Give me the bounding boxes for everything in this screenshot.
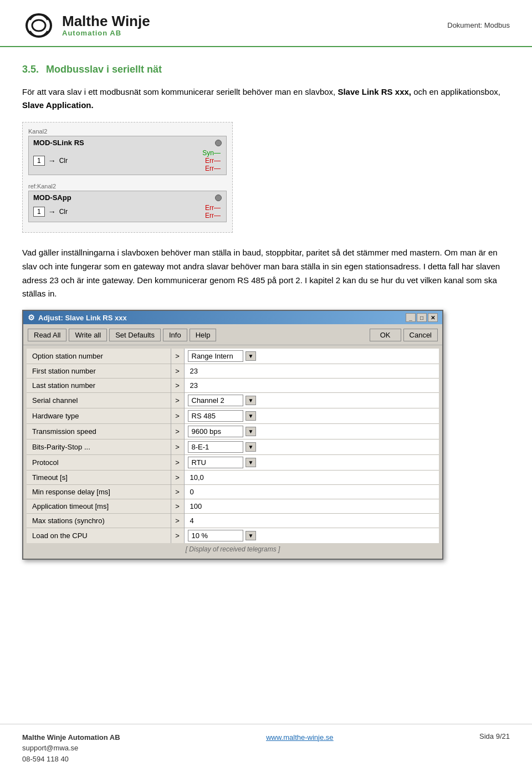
- settings-value-8: 10,0: [184, 471, 439, 485]
- maximize-button[interactable]: □: [417, 313, 427, 322]
- settings-select-6[interactable]: 8-E-1▼: [188, 441, 436, 453]
- settings-label-10: Application timeout [ms]: [27, 499, 171, 514]
- help-button[interactable]: Help: [190, 329, 217, 341]
- footer-company: Malthe Winje Automation AB: [22, 732, 120, 743]
- cancel-button[interactable]: Cancel: [403, 329, 438, 341]
- settings-value-4[interactable]: RS 485▼: [184, 408, 439, 424]
- intro-paragraph: För att vara slav i ett modbusnät som ko…: [22, 85, 510, 112]
- select-value-7[interactable]: RTU: [188, 457, 243, 468]
- settings-arrow-6[interactable]: >: [171, 439, 184, 455]
- settings-row: Load on the CPU>10 %▼: [27, 528, 439, 544]
- settings-select-3[interactable]: Channel 2▼: [188, 395, 436, 406]
- block2-indicator: [215, 195, 222, 201]
- plain-value-8: 10,0: [188, 472, 206, 483]
- settings-select-4[interactable]: RS 485▼: [188, 410, 436, 422]
- settings-select-7[interactable]: RTU▼: [188, 457, 436, 468]
- dialog-toolbar: Read All Write all Set Defaults Info Hel…: [23, 324, 442, 345]
- select-value-0[interactable]: Range Intern: [188, 350, 243, 362]
- footer-page: Sida 9/21: [479, 732, 510, 740]
- svg-point-1: [32, 20, 45, 31]
- settings-arrow-11[interactable]: >: [171, 514, 184, 528]
- select-value-4[interactable]: RS 485: [188, 410, 243, 422]
- settings-arrow-9[interactable]: >: [171, 485, 184, 499]
- body-paragraphs: Vad gäller inställningarna i slavboxen b…: [22, 246, 510, 301]
- ladder-diagram: Kanal2 MOD-SLink RS 1 → Clr Syn: [22, 122, 233, 233]
- settings-arrow-4[interactable]: >: [171, 408, 184, 424]
- select-value-3[interactable]: Channel 2: [188, 395, 243, 406]
- settings-value-3[interactable]: Channel 2▼: [184, 393, 439, 408]
- settings-arrow-5[interactable]: >: [171, 424, 184, 439]
- settings-row: Hardware type>RS 485▼: [27, 408, 439, 424]
- chevron-down-icon[interactable]: ▼: [245, 458, 257, 467]
- ok-button[interactable]: OK: [370, 329, 401, 341]
- settings-label-2: Last station number: [27, 379, 171, 393]
- select-value-12[interactable]: 10 %: [188, 530, 243, 541]
- settings-select-5[interactable]: 9600 bps▼: [188, 426, 436, 437]
- close-button[interactable]: ✕: [428, 313, 438, 322]
- section-heading: 3.5. Modbusslav i seriellt nät: [22, 64, 510, 75]
- settings-arrow-2[interactable]: >: [171, 379, 184, 393]
- footer-website[interactable]: www.malthe-winje.se: [266, 733, 333, 742]
- settings-arrow-8[interactable]: >: [171, 471, 184, 485]
- diagram-block2-label: ref:Kanal2: [28, 183, 227, 190]
- settings-arrow-12[interactable]: >: [171, 528, 184, 544]
- settings-label-12: Load on the CPU: [27, 528, 171, 544]
- diagram-block1-label: Kanal2: [28, 128, 227, 135]
- settings-row: Last station number>23: [27, 379, 439, 393]
- block2-input-number: 1: [33, 207, 45, 217]
- settings-value-11: 4: [184, 514, 439, 528]
- settings-label-7: Protocol: [27, 455, 171, 471]
- settings-arrow-0[interactable]: >: [171, 349, 184, 364]
- block1-input-number: 1: [33, 156, 45, 166]
- diagram-block-1: Kanal2 MOD-SLink RS 1 → Clr Syn: [28, 128, 227, 175]
- settings-arrow-1[interactable]: >: [171, 364, 184, 379]
- dialog-titlebar-controls[interactable]: _ □ ✕: [406, 313, 438, 322]
- settings-value-6[interactable]: 8-E-1▼: [184, 439, 439, 455]
- info-button[interactable]: Info: [163, 329, 187, 341]
- settings-row: Transmission speed>9600 bps▼: [27, 424, 439, 439]
- settings-select-0[interactable]: Range Intern▼: [188, 350, 436, 362]
- settings-value-12[interactable]: 10 %▼: [184, 528, 439, 544]
- settings-value-7[interactable]: RTU▼: [184, 455, 439, 471]
- settings-value-1: 23: [184, 364, 439, 379]
- dialog-title: Adjust: Slave Link RS xxx: [38, 314, 127, 322]
- company-logo-icon: [22, 10, 55, 40]
- plain-value-2: 23: [188, 380, 200, 391]
- page-footer: Malthe Winje Automation AB support@mwa.s…: [0, 724, 532, 773]
- set-defaults-button[interactable]: Set Defaults: [109, 329, 161, 341]
- settings-row: Serial channel>Channel 2▼: [27, 393, 439, 408]
- settings-table: Option station number>Range Intern▼First…: [27, 349, 439, 543]
- minimize-button[interactable]: _: [406, 313, 416, 322]
- footer-left: Malthe Winje Automation AB support@mwa.s…: [22, 732, 120, 765]
- dialog-content: Option station number>Range Intern▼First…: [23, 345, 442, 559]
- block1-out-err2: Err—: [205, 165, 222, 172]
- write-all-button[interactable]: Write all: [69, 329, 107, 341]
- diagram-block-2: ref:Kanal2 MOD-SApp 1 → Clr Err: [28, 183, 227, 222]
- chevron-down-icon[interactable]: ▼: [245, 427, 257, 436]
- chevron-down-icon[interactable]: ▼: [245, 411, 257, 421]
- settings-select-12[interactable]: 10 %▼: [188, 530, 436, 541]
- settings-row: Timeout [s]>10,0: [27, 471, 439, 485]
- chevron-down-icon[interactable]: ▼: [245, 396, 257, 405]
- settings-value-0[interactable]: Range Intern▼: [184, 349, 439, 364]
- read-all-button[interactable]: Read All: [28, 329, 66, 341]
- chevron-down-icon[interactable]: ▼: [245, 351, 257, 361]
- settings-label-4: Hardware type: [27, 408, 171, 424]
- chevron-down-icon[interactable]: ▼: [245, 442, 257, 452]
- settings-label-1: First station number: [27, 364, 171, 379]
- block2-port-clr: Clr: [59, 208, 68, 216]
- settings-value-5[interactable]: 9600 bps▼: [184, 424, 439, 439]
- chevron-down-icon[interactable]: ▼: [245, 531, 257, 540]
- page-content: 3.5. Modbusslav i seriellt nät För att v…: [0, 47, 532, 582]
- logo-company-name: Malthe Winje: [62, 13, 150, 29]
- dialog-titlebar: ⚙ Adjust: Slave Link RS xxx _ □ ✕: [23, 311, 442, 324]
- settings-arrow-7[interactable]: >: [171, 455, 184, 471]
- settings-arrow-10[interactable]: >: [171, 499, 184, 514]
- settings-arrow-3[interactable]: >: [171, 393, 184, 408]
- footer-phone: 08-594 118 40: [22, 754, 120, 765]
- paragraph-1: Vad gäller inställningarna i slavboxen b…: [22, 246, 510, 301]
- select-value-6[interactable]: 8-E-1: [188, 441, 243, 453]
- select-value-5[interactable]: 9600 bps: [188, 426, 243, 437]
- diagram-block2-body: MOD-SApp 1 → Clr Err— Err—: [28, 191, 227, 222]
- block1-port-clr: Clr: [59, 157, 68, 165]
